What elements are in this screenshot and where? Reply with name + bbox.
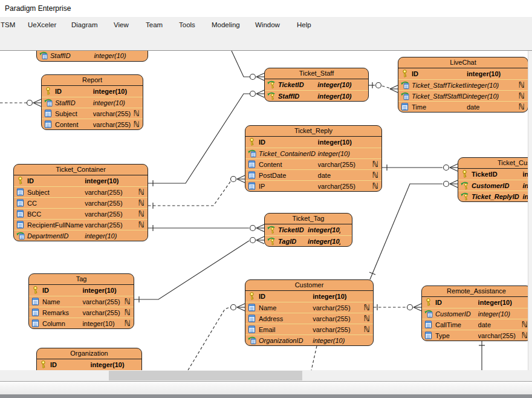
er-table-row[interactable]: Ticket_StaffTicketID integer(10) ℕ xyxy=(398,79,528,90)
menu-item-diagram[interactable]: Diagram xyxy=(71,21,97,28)
er-table-row[interactable]: TicketID integer(10) xyxy=(265,79,368,90)
horizontal-scrollbar[interactable] xyxy=(0,370,532,381)
er-table-row[interactable]: CallTime date ℕ xyxy=(422,319,531,330)
horizontal-scrollbar-thumb[interactable] xyxy=(109,371,302,380)
column-name: IP xyxy=(259,183,318,190)
er-table-row[interactable]: IP varchar(255) ℕ xyxy=(245,180,381,191)
er-table-title: Tag xyxy=(29,274,134,285)
er-table-row[interactable]: StaffID integer(10) xyxy=(42,97,143,108)
column-name: Email xyxy=(259,326,313,333)
er-table-row[interactable]: ID integer(10) xyxy=(245,291,373,302)
foreign-key-icon xyxy=(424,310,433,318)
er-table-row[interactable]: ID integer(10) xyxy=(37,359,141,370)
column-name: BCC xyxy=(27,210,85,218)
er-table-remote_assistance[interactable]: Remote_Assistance ID integer(10) Custome… xyxy=(421,285,531,341)
er-table-row[interactable]: Ticket_ContainerID integer(10) xyxy=(245,148,381,158)
foreign-key-icon xyxy=(401,92,410,100)
er-table-title: Remote_Assistance xyxy=(422,286,531,297)
menu-item-window[interactable]: Window xyxy=(255,21,280,28)
column-icon xyxy=(248,304,257,312)
er-table-title: Ticket_Reply xyxy=(245,126,381,137)
er-table-row[interactable]: OrganizationID integer(10) xyxy=(245,334,373,345)
er-table-ticket_staff[interactable]: Ticket_Staff TicketID integer(10) StaffI… xyxy=(264,68,369,102)
er-table-row[interactable]: TicketID integer(10) xyxy=(265,224,352,235)
column-type: integer(10) xyxy=(94,52,136,59)
er-table-customer[interactable]: Customer ID integer(10) Name varchar(255… xyxy=(245,279,374,346)
menu-item-tsm[interactable]: TSM xyxy=(1,21,15,28)
er-table-row[interactable]: Content varchar(255) ℕ xyxy=(42,119,143,129)
primary-key-icon xyxy=(401,70,410,78)
column-name: CallTime xyxy=(435,321,478,328)
menu-item-tools[interactable]: Tools xyxy=(179,21,195,28)
er-table-row[interactable]: Ticket_ReplyID integer(10) xyxy=(458,191,532,201)
er-table-row[interactable]: Type varchar(255) ℕ xyxy=(422,330,531,341)
er-table-row[interactable]: TicketID integer(10) xyxy=(458,169,532,180)
er-table-rows: TicketID integer(10) CustomerID integer(… xyxy=(458,169,532,201)
menu-item-team[interactable]: Team xyxy=(146,21,163,28)
column-type: integer(10) xyxy=(318,139,370,146)
er-table-row[interactable]: Remarks varchar(255) ℕ xyxy=(29,307,134,318)
er-table-row[interactable]: ID integer(10) xyxy=(398,68,528,79)
er-table-row[interactable]: Ticket_StaffStaffID integer(10) ℕ xyxy=(398,90,528,101)
column-type: varchar(255) xyxy=(85,189,136,196)
er-table-row[interactable]: ID integer(10) xyxy=(14,175,148,186)
column-type: varchar(255) xyxy=(318,161,370,168)
er-table-ticket_container[interactable]: Ticket_Container ID integer(10) Subject … xyxy=(13,164,148,241)
menu-item-help[interactable]: Help xyxy=(297,21,311,28)
title-bar[interactable]: Paradigm Enterprise xyxy=(0,0,532,17)
column-name: CustomerID xyxy=(472,182,522,189)
column-type: varchar(255) xyxy=(85,210,136,218)
er-table-row[interactable]: CustomerID integer(10) xyxy=(422,308,531,319)
column-type: varchar(255) xyxy=(85,200,136,207)
er-table-tag[interactable]: Tag ID integer(10) Name varchar(255) ℕ R… xyxy=(28,273,134,329)
er-table-report[interactable]: Report ID integer(10) StaffID integer(10… xyxy=(41,74,143,130)
foreign-key-icon xyxy=(16,232,25,240)
er-table-row[interactable]: DepartmentID integer(10) xyxy=(14,230,148,241)
menu-item-uexceler[interactable]: UeXceler xyxy=(28,21,56,28)
er-table-ticket_reply[interactable]: Ticket_Reply ID integer(10) Ticket_Conta… xyxy=(245,125,382,192)
er-table-row[interactable]: Address varchar(255) ℕ xyxy=(245,313,373,324)
er-table-row[interactable]: ID integer(10) xyxy=(29,285,134,296)
er-table-row[interactable]: Email varchar(255) ℕ xyxy=(245,324,373,334)
column-type: varchar(255) xyxy=(478,332,519,339)
er-table-row[interactable]: StaffID integer(10) xyxy=(265,90,368,101)
primary-foreign-key-icon xyxy=(267,80,276,89)
er-table-row[interactable]: CC varchar(255) ℕ xyxy=(14,197,148,208)
nullable-icon: ℕ xyxy=(122,298,131,306)
er-table-ticket_custom[interactable]: Ticket_Custom TicketID integer(10) Custo… xyxy=(458,157,532,202)
er-table-row[interactable]: ID integer(10) xyxy=(422,297,531,308)
er-table-title: Ticket_Tag xyxy=(265,214,352,224)
nullable-icon: ℕ xyxy=(516,81,525,90)
er-table-row[interactable]: BCC varchar(255) ℕ xyxy=(14,208,148,219)
column-type: date xyxy=(318,172,370,179)
column-type: integer(10) xyxy=(313,337,362,344)
column-type: integer(10) xyxy=(467,93,516,100)
er-table-livechat[interactable]: LiveChat ID integer(10) Ticket_StaffTick… xyxy=(398,57,528,113)
column-type: varchar(255) xyxy=(93,121,131,128)
menu-item-view[interactable]: View xyxy=(114,21,129,28)
er-table-row[interactable]: PostDate date ℕ xyxy=(245,169,381,180)
er-table-ticket_tag[interactable]: Ticket_Tag TicketID integer(10) TagID in… xyxy=(264,213,352,247)
nullable-icon: ℕ xyxy=(362,325,370,334)
column-type: integer(10) xyxy=(82,320,122,327)
er-table-row[interactable]: Time date ℕ xyxy=(398,101,528,112)
er-table-row[interactable]: Column integer(10) ℕ xyxy=(29,318,134,328)
er-table-row[interactable]: Name varchar(255) ℕ xyxy=(29,296,134,307)
er-table-row[interactable]: Content varchar(255) ℕ xyxy=(245,158,381,169)
menu-item-modeling[interactable]: Modeling xyxy=(212,21,240,28)
er-table-row[interactable]: TagID integer(10) xyxy=(265,235,352,246)
primary-key-icon xyxy=(39,360,48,369)
er-table-row[interactable]: CustomerID integer(10) xyxy=(458,180,532,191)
vertical-scrollbar[interactable] xyxy=(528,51,532,370)
er-table-row[interactable]: StaffID integer(10) xyxy=(37,50,148,61)
er-table-row[interactable]: RecipientFullName varchar(255) ℕ xyxy=(14,219,148,230)
column-name: TicketID xyxy=(278,226,308,233)
er-table-row[interactable]: Subject varchar(255) ℕ xyxy=(14,186,148,197)
column-name: ID xyxy=(412,70,467,77)
er-table-row[interactable]: ID integer(10) xyxy=(42,86,143,97)
er-table-row[interactable]: Subject varchar(255) ℕ xyxy=(42,108,143,119)
er-table-row[interactable]: Name varchar(255) ℕ xyxy=(245,302,373,313)
er-table-row[interactable]: ID integer(10) xyxy=(245,137,381,148)
column-icon xyxy=(248,315,257,323)
column-name: RecipientFullName xyxy=(27,221,85,229)
